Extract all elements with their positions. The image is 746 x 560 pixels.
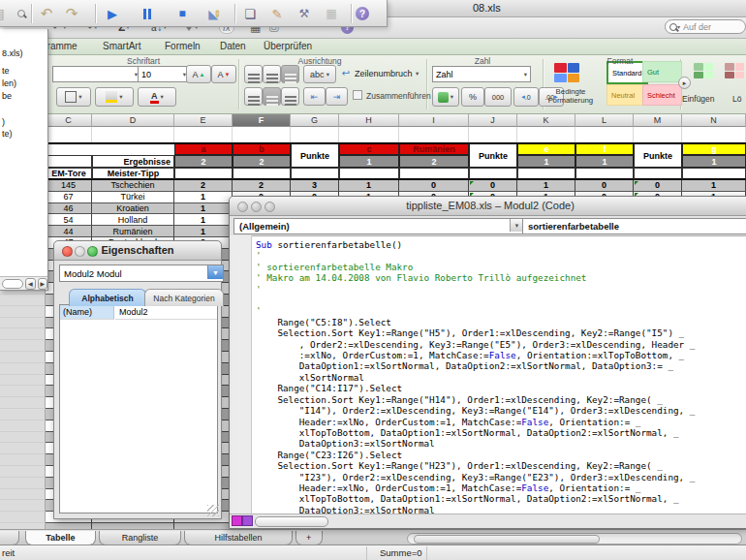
cell[interactable] xyxy=(469,127,517,142)
cell[interactable] xyxy=(291,127,339,142)
zoom-button[interactable] xyxy=(264,202,275,212)
row-header[interactable] xyxy=(0,397,46,409)
reset-icon[interactable]: ■ xyxy=(171,3,194,24)
conditional-formatting-label[interactable]: Bedingte Formatierung xyxy=(541,88,601,105)
percent-button[interactable]: % xyxy=(461,87,484,107)
row-header[interactable] xyxy=(0,454,46,466)
column-header-D[interactable]: D xyxy=(92,114,174,127)
cell[interactable] xyxy=(517,168,575,180)
data-cell[interactable]: 1 xyxy=(339,180,399,192)
row-header[interactable] xyxy=(0,409,46,420)
data-cell[interactable]: 67 xyxy=(46,192,92,203)
code-window-title-bar[interactable]: tippliste_EM08.xls – Modul2 (Code) xyxy=(230,197,746,216)
band-cell-L[interactable]: f xyxy=(575,142,634,155)
wrap-text-label[interactable]: Zeilenumbruch xyxy=(355,69,413,78)
cell[interactable] xyxy=(233,168,291,180)
row-header[interactable] xyxy=(0,318,46,329)
minimize-button[interactable] xyxy=(251,202,262,212)
project-tree-item[interactable]: ) xyxy=(2,117,5,127)
ribbon-tab-überprüfen[interactable]: Überprüfen xyxy=(264,41,312,51)
data-cell[interactable]: 2 xyxy=(233,180,291,192)
row-header[interactable] xyxy=(0,352,46,363)
borders-button[interactable]: ▾ xyxy=(56,87,91,107)
properties-title-bar[interactable]: Eigenschaften xyxy=(54,241,221,261)
band-cell-M[interactable]: Punkte xyxy=(634,142,682,168)
close-button[interactable] xyxy=(237,202,248,212)
cell[interactable] xyxy=(634,127,682,142)
break-icon[interactable] xyxy=(136,3,159,24)
style-swatch-schlecht[interactable]: Schlecht xyxy=(642,84,682,106)
column-header-J[interactable]: J xyxy=(469,114,517,127)
help-icon[interactable]: ? xyxy=(351,3,374,24)
result-cell-F[interactable]: 2 xyxy=(233,155,291,168)
increase-indent-button[interactable]: ⇥ xyxy=(326,87,348,106)
align-left-button[interactable] xyxy=(244,87,263,106)
merge-checkbox[interactable] xyxy=(353,90,362,100)
add-sheet-tab[interactable]: + xyxy=(295,531,323,545)
band-cell-N[interactable]: g xyxy=(682,142,746,155)
project-tree-item[interactable]: te) xyxy=(2,129,13,139)
sheet-horizontal-scrollbar[interactable] xyxy=(407,533,742,544)
redo-icon[interactable]: ↷ xyxy=(60,3,83,24)
property-value[interactable]: Modul2 xyxy=(115,305,217,320)
project-explorer-icon[interactable]: ❏ xyxy=(238,3,262,24)
row-header[interactable] xyxy=(0,375,46,387)
data-cell[interactable]: 1 xyxy=(174,226,233,237)
procedure-dropdown[interactable]: sortierenfarbetabelle xyxy=(522,218,746,234)
row-header[interactable] xyxy=(0,466,46,478)
font-color-button[interactable]: A▾ xyxy=(138,87,176,107)
zoom-button[interactable] xyxy=(87,246,98,257)
data-cell[interactable]: 0 xyxy=(575,180,634,192)
column-header-H[interactable]: H xyxy=(339,114,399,127)
orientation-button[interactable]: abc▾ xyxy=(303,65,336,83)
align-bottom-button[interactable] xyxy=(281,65,299,83)
cell[interactable] xyxy=(399,168,469,180)
cell[interactable] xyxy=(469,168,517,180)
data-cell[interactable]: Holland xyxy=(92,214,174,226)
result-cell-K[interactable]: 1 xyxy=(517,155,575,168)
cell[interactable] xyxy=(634,168,682,180)
currency-button[interactable]: ▾ xyxy=(432,87,459,107)
result-cell-H[interactable]: 1 xyxy=(339,155,399,168)
scrollbar-thumb[interactable] xyxy=(255,516,328,527)
row-header[interactable] xyxy=(0,420,46,432)
insert-cells-icon[interactable] xyxy=(694,63,715,82)
band-cell-I[interactable]: Rumänien xyxy=(399,142,469,155)
project-panel-scrollbar[interactable]: ◀ ▶ xyxy=(0,276,47,290)
data-cell[interactable]: 1 xyxy=(174,192,233,203)
row-header[interactable] xyxy=(0,363,46,375)
cell[interactable] xyxy=(339,127,399,142)
scroll-right-icon[interactable]: ▶ xyxy=(38,278,47,290)
data-cell[interactable]: 44 xyxy=(46,226,92,237)
row-header[interactable] xyxy=(0,512,46,523)
cell[interactable] xyxy=(46,155,92,168)
number-format-combo[interactable]: Zahl▾ xyxy=(432,66,531,82)
increase-font-button[interactable]: A▲ xyxy=(186,65,211,83)
cell[interactable] xyxy=(233,127,291,142)
align-middle-button[interactable] xyxy=(263,65,281,83)
row-header[interactable] xyxy=(0,306,46,318)
thousands-button[interactable]: 000 xyxy=(484,87,512,107)
column-header-F[interactable]: F xyxy=(233,114,291,127)
data-cell[interactable]: 54 xyxy=(46,214,92,226)
decrease-decimal-button[interactable]: ◂.0 xyxy=(513,87,539,107)
result-cell-E[interactable]: 2 xyxy=(174,155,233,168)
conditional-formatting-icon[interactable] xyxy=(554,63,587,84)
data-cell[interactable]: Tschechien xyxy=(92,180,174,192)
project-tree-item[interactable]: len) xyxy=(2,78,16,88)
data-cell[interactable]: 1 xyxy=(517,180,575,192)
column-header-N[interactable]: N xyxy=(682,114,746,127)
data-cell[interactable]: Kroatien xyxy=(92,203,174,215)
undo-icon[interactable]: ↶ xyxy=(35,3,58,24)
band-cell-E[interactable]: a xyxy=(174,142,233,155)
row-header[interactable] xyxy=(0,328,46,340)
delete-cells-icon[interactable] xyxy=(725,63,746,82)
insert-label[interactable]: Einfügen xyxy=(682,94,715,104)
align-top-button[interactable] xyxy=(244,65,263,83)
style-swatch-gut[interactable]: Gut xyxy=(642,61,682,82)
row-header[interactable] xyxy=(0,295,46,306)
cell[interactable] xyxy=(291,168,339,180)
gallery-more-button[interactable]: ▸ xyxy=(678,77,691,89)
band-cell-H[interactable]: c xyxy=(339,142,399,155)
data-cell[interactable]: 1 xyxy=(174,214,233,226)
